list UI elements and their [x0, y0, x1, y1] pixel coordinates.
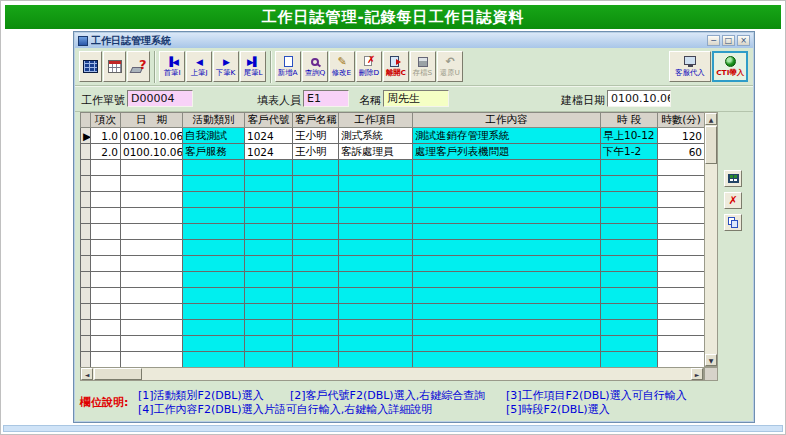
help-button[interactable]: ? — [127, 51, 150, 82]
grid-cell[interactable] — [413, 192, 601, 208]
grid-cell[interactable] — [293, 176, 339, 192]
grid-cell[interactable] — [601, 288, 658, 304]
grid-cell[interactable] — [183, 320, 245, 336]
grid-cell[interactable] — [293, 320, 339, 336]
grid-cell[interactable] — [658, 176, 705, 192]
grid-cell[interactable] — [293, 256, 339, 272]
grid-cell[interactable] — [245, 272, 293, 288]
grid-cell[interactable]: 測式系統 — [339, 128, 413, 144]
grid-cell[interactable] — [658, 288, 705, 304]
grid-cell[interactable] — [658, 320, 705, 336]
first-record-button[interactable]: ▐◀ 首筆I — [159, 51, 185, 82]
name-input[interactable]: 周先生 — [383, 90, 449, 107]
grid-cell[interactable] — [658, 192, 705, 208]
grid-cell[interactable] — [245, 336, 293, 352]
grid-cell[interactable]: 2.0 — [91, 144, 121, 160]
exit-button[interactable]: 離開C — [383, 51, 409, 82]
grid-cell[interactable] — [183, 336, 245, 352]
prev-record-button[interactable]: ◀ 上筆J — [186, 51, 212, 82]
table-row[interactable] — [81, 208, 705, 224]
table-row[interactable] — [81, 272, 705, 288]
grid-cell[interactable] — [183, 208, 245, 224]
grid-cell[interactable] — [339, 336, 413, 352]
table-row[interactable]: ▶ 1.0 0100.10.06 自我測試 1024 王小明 測式系統 測試進銷… — [81, 128, 705, 144]
filler-input[interactable]: E1 — [303, 90, 349, 107]
h-scrollbar[interactable]: ◄ ► — [80, 367, 704, 381]
customer-service-import-button[interactable]: 客服代入 — [669, 51, 711, 82]
grid-cell[interactable] — [339, 240, 413, 256]
grid-cell[interactable] — [245, 320, 293, 336]
cti-import-button[interactable]: CTI帶入 — [712, 51, 748, 82]
grid-cell[interactable] — [339, 192, 413, 208]
grid-cell[interactable] — [658, 240, 705, 256]
grid-cell[interactable] — [183, 192, 245, 208]
grid-cell[interactable] — [413, 176, 601, 192]
table-row[interactable] — [81, 176, 705, 192]
grid-cell[interactable] — [183, 352, 245, 368]
grid-cell[interactable] — [245, 256, 293, 272]
next-record-button[interactable]: ▶ 下筆K — [213, 51, 239, 82]
minimize-button[interactable]: − — [707, 35, 720, 46]
grid-cell[interactable] — [658, 352, 705, 368]
grid-cell[interactable] — [601, 160, 658, 176]
grid-view-button[interactable] — [79, 51, 102, 82]
grid-cell[interactable] — [121, 240, 183, 256]
grid-cell[interactable] — [601, 352, 658, 368]
grid-cell[interactable] — [658, 224, 705, 240]
table-row[interactable]: 2.0 0100.10.06 客戶服務 1024 王小明 客訴處理員 處理客戶列… — [81, 144, 705, 160]
grid-cell[interactable] — [601, 192, 658, 208]
grid-cell[interactable]: 1.0 — [91, 128, 121, 144]
grid-cell[interactable] — [91, 224, 121, 240]
grid-cell[interactable] — [121, 352, 183, 368]
grid-cell[interactable]: 0100.10.06 — [121, 144, 183, 160]
grid-cell[interactable] — [183, 240, 245, 256]
grid-cell[interactable] — [183, 256, 245, 272]
grid-cell[interactable] — [601, 336, 658, 352]
table-row[interactable] — [81, 160, 705, 176]
grid-cell[interactable] — [245, 240, 293, 256]
grid-cell[interactable] — [183, 160, 245, 176]
grid-cell[interactable] — [245, 160, 293, 176]
grid-cell[interactable] — [293, 240, 339, 256]
grid-cell[interactable] — [413, 288, 601, 304]
grid-cell[interactable] — [601, 320, 658, 336]
grid-cell[interactable]: 王小明 — [293, 128, 339, 144]
grid-cell[interactable] — [245, 176, 293, 192]
table-row[interactable] — [81, 288, 705, 304]
grid-cell[interactable]: 早上10-12 — [601, 128, 658, 144]
grid-cell[interactable] — [658, 336, 705, 352]
grid-cell[interactable] — [91, 320, 121, 336]
grid-cell[interactable] — [658, 272, 705, 288]
grid-cell[interactable] — [339, 272, 413, 288]
work-order-input[interactable]: D00004 — [127, 90, 193, 107]
grid-cell[interactable]: 1024 — [245, 128, 293, 144]
grid-cell[interactable] — [293, 288, 339, 304]
grid-cell[interactable] — [339, 320, 413, 336]
grid-cell[interactable] — [121, 176, 183, 192]
scroll-left-icon[interactable]: ◄ — [81, 368, 93, 380]
grid-cell[interactable] — [91, 304, 121, 320]
grid-cell[interactable] — [121, 208, 183, 224]
grid-cell[interactable] — [245, 192, 293, 208]
created-date-input[interactable]: 0100.10.06 — [607, 90, 671, 107]
grid-cell[interactable] — [91, 256, 121, 272]
grid-cell[interactable] — [121, 336, 183, 352]
grid-cell[interactable] — [91, 176, 121, 192]
grid-cell[interactable]: 0100.10.06 — [121, 128, 183, 144]
grid-cell[interactable] — [601, 240, 658, 256]
delete-row-button[interactable]: ✗ — [724, 192, 742, 209]
table-row[interactable] — [81, 240, 705, 256]
table-row[interactable] — [81, 192, 705, 208]
grid-cell[interactable] — [339, 304, 413, 320]
grid-cell[interactable] — [601, 304, 658, 320]
grid-cell[interactable] — [91, 352, 121, 368]
grid-cell[interactable] — [121, 288, 183, 304]
grid-cell[interactable] — [293, 192, 339, 208]
grid-cell[interactable] — [245, 288, 293, 304]
add-button[interactable]: 新增A — [275, 51, 301, 82]
grid-cell[interactable] — [245, 352, 293, 368]
grid-cell[interactable] — [183, 176, 245, 192]
grid-cell[interactable] — [658, 256, 705, 272]
grid-cell[interactable]: 測試進銷存管理系統 — [413, 128, 601, 144]
table-row[interactable] — [81, 256, 705, 272]
